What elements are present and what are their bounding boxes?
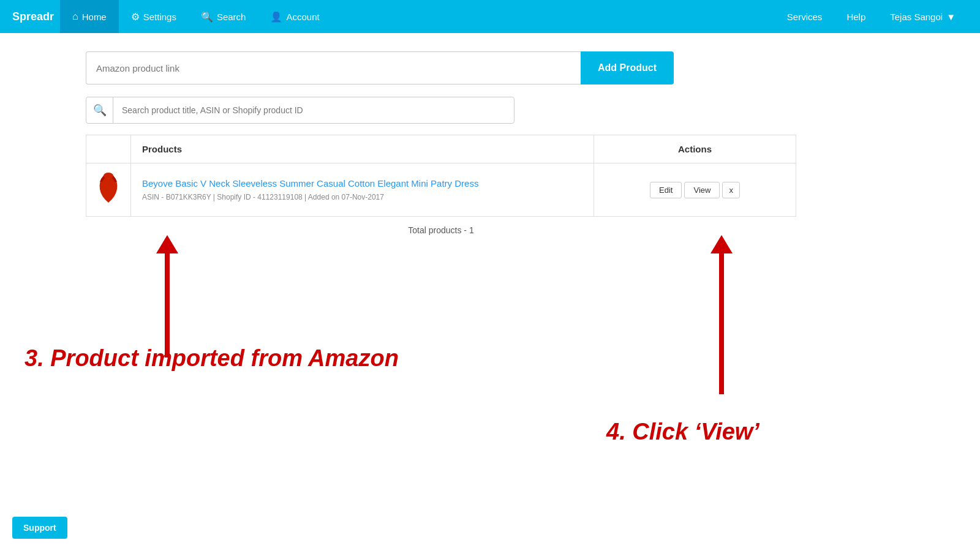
home-icon: ⌂ xyxy=(72,11,78,22)
search-row: 🔍 xyxy=(86,97,514,124)
add-product-button[interactable]: Add Product xyxy=(581,51,674,84)
nav-home-label: Home xyxy=(82,12,107,22)
search-icon: 🔍 xyxy=(201,11,213,23)
nav-search-label: Search xyxy=(217,12,246,22)
nav-settings-label: Settings xyxy=(143,12,176,22)
product-image-cell xyxy=(86,163,131,217)
nav-settings[interactable]: ⚙ Settings xyxy=(119,0,189,33)
annotations-container: 3. Product imported from Amazon 4. Click… xyxy=(86,235,821,480)
brand-logo: Spreadr xyxy=(12,10,54,23)
navbar: Spreadr ⌂ Home ⚙ Settings 🔍 Search 👤 Acc… xyxy=(0,0,980,33)
product-title-link[interactable]: Beyove Basic V Neck Sleeveless Summer Ca… xyxy=(142,178,582,189)
nav-right: Services Help Tejas Sangoi ▼ xyxy=(775,0,968,33)
nav-user[interactable]: Tejas Sangoi ▼ xyxy=(878,0,968,33)
arrow-shaft-3 xyxy=(165,253,170,358)
search-input[interactable] xyxy=(113,105,514,115)
arrow-up-4 xyxy=(710,235,733,253)
nav-left: ⌂ Home ⚙ Settings 🔍 Search 👤 Account xyxy=(60,0,332,33)
products-table: Products Actions Beyove Basic V Neck Sle… xyxy=(86,135,796,217)
product-image xyxy=(97,171,119,206)
support-button[interactable]: Support xyxy=(12,517,67,539)
search-icon-box: 🔍 xyxy=(86,97,113,123)
nav-user-label: Tejas Sangoi xyxy=(890,12,943,22)
main-content: Add Product 🔍 Products Actions Beyove Ba… xyxy=(0,33,980,498)
settings-icon: ⚙ xyxy=(131,11,140,23)
product-actions-cell: Edit View x xyxy=(594,163,796,217)
product-link-input[interactable] xyxy=(86,51,581,84)
col-actions-header: Actions xyxy=(594,135,796,163)
nav-home[interactable]: ⌂ Home xyxy=(60,0,119,33)
product-meta: ASIN - B071KK3R6Y | Shopify ID - 4112311… xyxy=(142,193,384,201)
nav-services[interactable]: Services xyxy=(775,0,835,33)
col-image-header xyxy=(86,135,131,163)
search-magnifier-icon: 🔍 xyxy=(93,103,107,117)
arrow-shaft-4 xyxy=(719,253,724,394)
col-products-header: Products xyxy=(131,135,594,163)
annotation-4-label: 4. Click ‘View’ xyxy=(606,419,760,445)
action-buttons: Edit View x xyxy=(605,182,785,198)
arrow-up-3 xyxy=(156,235,178,253)
annotation-4-group xyxy=(710,235,733,394)
product-info-cell: Beyove Basic V Neck Sleeveless Summer Ca… xyxy=(131,163,594,217)
add-product-row: Add Product xyxy=(86,51,674,84)
annotation-3-label: 3. Product imported from Amazon xyxy=(24,345,399,372)
edit-button[interactable]: Edit xyxy=(650,182,682,198)
chevron-down-icon: ▼ xyxy=(946,12,956,22)
nav-account-label: Account xyxy=(286,12,319,22)
nav-account[interactable]: 👤 Account xyxy=(258,0,331,33)
delete-button[interactable]: x xyxy=(722,182,740,198)
nav-search[interactable]: 🔍 Search xyxy=(189,0,258,33)
nav-help-label: Help xyxy=(846,12,865,22)
annotation-3-group xyxy=(156,235,178,358)
nav-help[interactable]: Help xyxy=(834,0,878,33)
account-icon: 👤 xyxy=(270,11,282,23)
view-button[interactable]: View xyxy=(684,182,720,198)
nav-services-label: Services xyxy=(787,12,823,22)
total-products: Total products - 1 xyxy=(86,225,796,235)
table-row: Beyove Basic V Neck Sleeveless Summer Ca… xyxy=(86,163,796,217)
